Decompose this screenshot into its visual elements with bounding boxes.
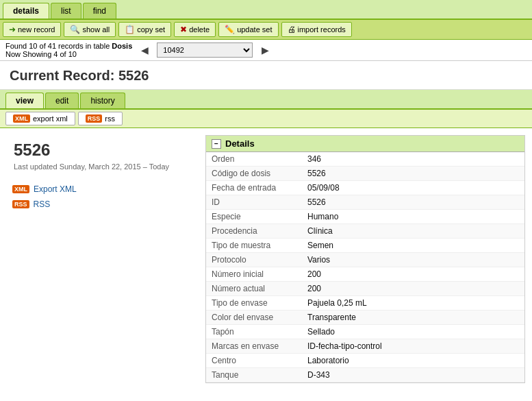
new-record-label: new record [18,25,55,34]
nav-next-button[interactable]: ▶ [258,43,272,57]
field-label: Número inicial [206,267,302,282]
table-row: ProtocoloVarios [206,253,524,267]
table-row: ID5526 [206,195,524,210]
export-xml-tab[interactable]: XML export xml [5,112,75,125]
field-value: Varios [302,253,524,267]
new-record-button[interactable]: ➜ new record [3,22,61,37]
table-row: CentroLaboratorio [206,354,524,368]
table-row: Fecha de entrada05/09/08 [206,181,524,195]
table-row: Número actual200 [206,282,524,296]
field-value: D-343 [302,368,524,382]
delete-label: delete [189,25,210,34]
main-content: 5526 Last updated Sunday, March 22, 2015… [0,128,532,390]
export-xml-label: export xml [33,114,68,123]
field-label: Fecha de entrada [206,181,302,195]
delete-button[interactable]: ✖ delete [174,22,216,37]
details-title: Details [225,138,255,149]
field-label: Tipo de envase [206,296,302,311]
delete-icon: ✖ [180,25,187,34]
table-row: TapónSellado [206,325,524,339]
details-header: − Details [206,136,524,152]
tab-find[interactable]: find [83,3,116,19]
field-value: 05/09/08 [302,181,524,195]
left-export-xml-label: Export XML [34,184,77,194]
import-records-label: import records [298,25,346,34]
field-value: 5526 [302,195,524,210]
xml-icon: XML [13,114,30,123]
status-text: Found 10 of 41 records in table Dosis No… [5,42,132,58]
sub-tab-bar: view edit history [0,90,532,110]
update-set-icon: ✏️ [225,25,235,34]
field-value: ID-fecha-tipo-control [302,339,524,354]
copy-set-label: copy set [137,25,165,34]
left-rss-label: RSS [34,199,51,209]
left-xml-icon: XML [12,185,29,193]
import-records-icon: 🖨 [288,25,296,34]
top-tab-bar: details list find [0,0,532,20]
table-row: Tipo de envasePajuela 0,25 mL [206,296,524,311]
show-all-icon: 🔍 [70,25,80,34]
field-label: Marcas en envase [206,339,302,354]
field-label: Color del envase [206,311,302,325]
update-set-button[interactable]: ✏️ update set [218,22,278,37]
field-value: Pajuela 0,25 mL [302,296,524,311]
field-value: Humano [302,210,524,224]
field-value: 200 [302,267,524,282]
tab-view[interactable]: view [5,93,44,108]
import-records-button[interactable]: 🖨 import records [281,22,352,37]
record-updated: Last updated Sunday, March 22, 2015 – To… [14,162,199,171]
left-panel: 5526 Last updated Sunday, March 22, 2015… [7,135,199,383]
left-actions: XML Export XML RSS RSS [7,182,199,212]
copy-set-icon: 📋 [125,25,135,34]
rss-tab[interactable]: RSS rss [78,112,123,125]
table-row: ProcedenciaClínica [206,224,524,239]
left-rss-icon: RSS [12,200,29,208]
table-row: Color del envaseTransparente [206,311,524,325]
toolbar: ➜ new record 🔍 show all 📋 copy set ✖ del… [0,20,532,40]
page-title: Current Record: 5526 [10,68,522,84]
rss-icon: RSS [86,114,103,123]
left-export-xml[interactable]: XML Export XML [7,182,199,197]
table-row: Orden346 [206,152,524,167]
field-value: 200 [302,282,524,296]
tab-details[interactable]: details [3,3,49,19]
table-row: Tipo de muestraSemen [206,239,524,253]
field-value: Transparente [302,311,524,325]
tab-history[interactable]: history [80,93,125,108]
left-rss[interactable]: RSS RSS [7,197,199,212]
record-selector[interactable]: 10492 [157,42,253,58]
table-row: EspecieHumano [206,210,524,224]
copy-set-button[interactable]: 📋 copy set [118,22,171,37]
field-value: Laboratorio [302,354,524,368]
new-record-icon: ➜ [9,25,16,34]
field-label: Tapón [206,325,302,339]
table-row: TanqueD-343 [206,368,524,382]
show-all-label: show all [82,25,110,34]
field-label: Tipo de muestra [206,239,302,253]
tab-edit[interactable]: edit [45,93,79,108]
tab-list[interactable]: list [51,3,81,19]
field-label: Procedencia [206,224,302,239]
record-id: 5526 [14,141,199,160]
field-value: 5526 [302,167,524,181]
field-value: 346 [302,152,524,167]
table-row: Marcas en envaseID-fecha-tipo-control [206,339,524,354]
field-label: Orden [206,152,302,167]
field-label: Tanque [206,368,302,382]
field-value: Sellado [302,325,524,339]
field-label: ID [206,195,302,210]
action-tab-bar: XML export xml RSS rss [0,110,532,128]
update-set-label: update set [237,25,272,34]
field-label: Código de dosis [206,167,302,181]
status-bar: Found 10 of 41 records in table Dosis No… [0,40,532,61]
field-value: Semen [302,239,524,253]
collapse-icon[interactable]: − [212,139,221,149]
show-all-button[interactable]: 🔍 show all [64,22,116,37]
field-label: Especie [206,210,302,224]
nav-prev-button[interactable]: ◀ [138,43,151,57]
table-row: Código de dosis5526 [206,167,524,181]
details-table: Orden346Código de dosis5526Fecha de entr… [206,152,524,382]
table-row: Número inicial200 [206,267,524,282]
field-label: Centro [206,354,302,368]
field-value: Clínica [302,224,524,239]
